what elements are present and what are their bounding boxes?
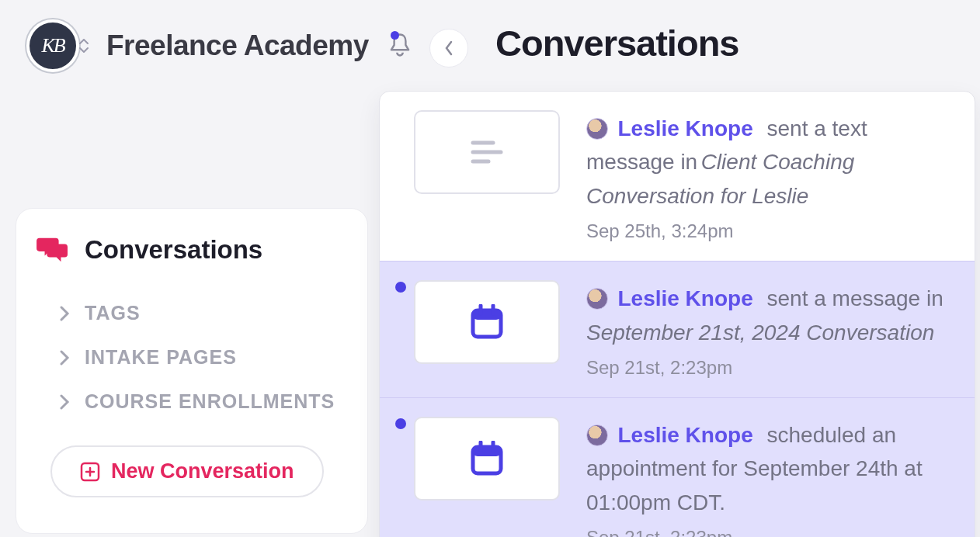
sidebar-item-label: TAGS: [85, 302, 141, 324]
notifications-dropdown: Leslie Knope sent a text message in Clie…: [379, 91, 975, 537]
notification-body: Leslie Knope scheduled an appointment fo…: [586, 417, 956, 537]
workspace-title: Freelance Academy: [106, 29, 369, 62]
notification-item[interactable]: Leslie Knope sent a text message in Clie…: [380, 92, 975, 261]
unread-dot-icon: [395, 282, 406, 293]
chevron-right-icon: [58, 348, 71, 367]
notification-dot-icon: [391, 31, 399, 40]
svg-rect-5: [473, 310, 501, 320]
chevron-left-icon: [443, 40, 454, 57]
notification-thumbnail: [414, 280, 560, 364]
notification-body: Leslie Knope sent a text message in Clie…: [586, 110, 956, 242]
sidebar-item-tags[interactable]: TAGS: [36, 291, 347, 335]
notification-thumbnail: [414, 417, 560, 501]
notification-person: Leslie Knope: [617, 423, 752, 447]
sidebar: Conversations TAGS INTAKE PAGES COURSE E…: [16, 208, 368, 534]
avatar: [586, 288, 608, 310]
avatar: [586, 118, 608, 140]
avatar: [586, 424, 608, 446]
notifications-button[interactable]: [384, 29, 415, 61]
notification-timestamp: Sep 25th, 3:24pm: [586, 220, 956, 242]
notification-item[interactable]: Leslie Knope sent a message in September…: [380, 261, 975, 397]
notification-timestamp: Sep 21st, 2:23pm: [586, 357, 956, 379]
sidebar-item-course-enrollments[interactable]: COURSE ENROLLMENTS: [36, 379, 347, 424]
brand-logo-initials: KB: [41, 34, 64, 57]
text-lines-icon: [470, 137, 504, 168]
notification-object: September 21st, 2024 Conversation: [586, 320, 934, 345]
conversations-icon: [36, 235, 69, 265]
workspace-switcher[interactable]: KB: [26, 19, 79, 72]
chevron-up-down-icon: [79, 36, 90, 55]
calendar-icon: [470, 441, 504, 476]
collapse-sidebar-button[interactable]: [429, 29, 468, 68]
notification-timestamp: Sep 21st, 2:23pm: [586, 527, 956, 537]
notification-item[interactable]: Leslie Knope scheduled an appointment fo…: [380, 397, 975, 537]
new-conversation-button[interactable]: New Conversation: [50, 445, 324, 497]
sidebar-item-label: INTAKE PAGES: [85, 346, 237, 369]
svg-rect-9: [473, 447, 501, 456]
notification-thumbnail: [414, 110, 560, 194]
chevron-right-icon: [58, 304, 71, 323]
unread-dot-icon: [395, 418, 406, 429]
notification-action: sent a message in: [767, 286, 944, 310]
sidebar-item-intake-pages[interactable]: INTAKE PAGES: [36, 335, 347, 379]
sidebar-item-label: COURSE ENROLLMENTS: [85, 390, 335, 413]
sidebar-heading: Conversations: [85, 235, 262, 265]
calendar-icon: [470, 304, 504, 340]
page-title: Conversations: [495, 22, 738, 64]
notification-person: Leslie Knope: [617, 286, 752, 310]
notification-person: Leslie Knope: [617, 116, 752, 140]
app-header: KB Freelance Academy: [0, 0, 449, 91]
new-conversation-label: New Conversation: [111, 459, 294, 483]
chevron-right-icon: [58, 393, 71, 411]
plus-square-icon: [80, 462, 100, 482]
notification-body: Leslie Knope sent a message in September…: [586, 280, 956, 379]
sidebar-heading-row[interactable]: Conversations: [36, 235, 347, 265]
